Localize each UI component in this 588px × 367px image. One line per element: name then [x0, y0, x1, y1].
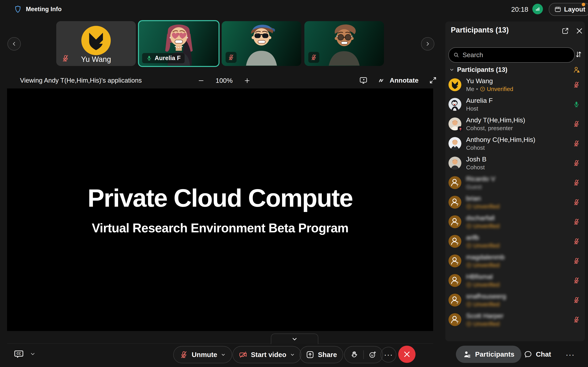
mic-muted-icon[interactable] [573, 140, 580, 147]
zoom-in-button[interactable] [244, 77, 251, 84]
mic-muted-icon[interactable] [573, 316, 580, 323]
participant-name: snafhsuseerg [466, 292, 506, 300]
chat-button[interactable]: Chat [524, 346, 551, 363]
status-dot [582, 3, 585, 6]
zoom-out-button[interactable] [198, 77, 205, 84]
more-panels-button[interactable]: ··· [566, 350, 575, 359]
active-speaker-name-pill: Aurelia F [142, 53, 185, 63]
svg-text:?: ? [456, 261, 458, 265]
participant-row[interactable]: ?Ricardo VGuest [445, 173, 585, 192]
participant-row[interactable]: Anthony C(He,Him,His)Cohost [445, 134, 585, 153]
mute-chip [225, 52, 237, 63]
participant-row[interactable]: ?brian?Unverified [445, 192, 585, 212]
chevron-down-icon[interactable] [290, 352, 295, 357]
video-tile-aurelia[interactable]: Aurelia F [138, 20, 219, 67]
start-video-button[interactable]: Start video [233, 346, 301, 363]
participant-row[interactable]: ?magdalenmb?Unverified [445, 251, 585, 271]
participant-name: Ricardo V [466, 175, 495, 183]
participant-avatar: ? [449, 176, 461, 189]
participant-row[interactable]: ?HBfismal?Unverified [445, 271, 585, 291]
raise-hand-icon[interactable] [350, 350, 359, 359]
participant-avatar: ? [449, 294, 461, 307]
participant-role: ?Unverified [466, 262, 500, 268]
reactions-group [344, 346, 383, 363]
unmute-button[interactable]: Unmute [173, 346, 232, 363]
unmute-label: Unmute [192, 351, 217, 359]
sort-icon[interactable] [575, 50, 582, 58]
svg-text:?: ? [468, 205, 470, 208]
svg-text:?: ? [468, 284, 470, 286]
participant-name: magdalenmb [466, 253, 505, 261]
participant-row[interactable]: Andy T(He,Him,His)Cohost, presenter [445, 114, 585, 134]
mic-muted-icon[interactable] [573, 257, 580, 265]
remote-control-button[interactable] [359, 76, 368, 84]
participant-row[interactable]: ?dscharfall?Unverified [445, 212, 585, 232]
pop-out-icon[interactable] [561, 27, 569, 35]
mic-muted-icon[interactable] [573, 159, 580, 167]
participant-avatar: ? [449, 313, 461, 326]
captions-button[interactable]: CC [14, 349, 36, 359]
mic-muted-icon[interactable] [573, 199, 580, 206]
participant-name: dscharfall [466, 214, 495, 222]
close-icon[interactable] [575, 27, 583, 35]
unverified-question-icon: ? [466, 223, 472, 229]
mic-muted-icon[interactable] [573, 81, 580, 88]
participant-role: Cohost, presenter [466, 125, 513, 132]
participants-section-toggle[interactable]: Participants (13) [445, 65, 585, 74]
mic-muted-icon[interactable] [573, 238, 580, 245]
search-icon [453, 52, 459, 58]
svg-text:?: ? [468, 244, 470, 247]
divider [363, 350, 364, 359]
mic-muted-icon[interactable] [573, 296, 580, 304]
mic-muted-icon[interactable] [573, 179, 580, 186]
participants-section-label: Participants (13) [457, 66, 507, 73]
svg-text:?: ? [456, 222, 458, 226]
participant-role: ?Unverified [466, 242, 500, 249]
chevron-down-icon[interactable] [221, 352, 226, 357]
chevron-down-icon[interactable] [30, 351, 36, 357]
collapse-toolbar-tab[interactable] [271, 334, 318, 344]
annotate-button[interactable]: Annotate [378, 76, 418, 84]
shared-screen: Private Cloud Compute Virtual Research E… [7, 88, 433, 331]
search-input[interactable] [462, 51, 570, 59]
participant-name: Andy T(He,Him,His) [466, 116, 525, 124]
video-tile-3[interactable] [222, 21, 301, 66]
connection-quality-button[interactable] [532, 4, 543, 14]
unverified-users-warning-icon[interactable] [573, 66, 580, 74]
avatar [81, 26, 111, 55]
reactions-icon[interactable] [369, 350, 377, 359]
participant-row[interactable]: Yu WangMe?Unverified [445, 75, 585, 95]
participant-list: Yu WangMe?UnverifiedAurelia FHostAndy T(… [445, 75, 585, 330]
strip-previous-button[interactable] [8, 37, 21, 50]
video-tile-yu-wang[interactable]: Yu Wang [56, 21, 136, 66]
participant-row[interactable]: ?snafhsuseerg?Unverified [445, 291, 585, 310]
participant-row[interactable]: Josh BCohost [445, 153, 585, 173]
svg-text:?: ? [456, 242, 458, 246]
participant-row[interactable]: ?arifb?Unverified [445, 232, 585, 251]
mic-muted-icon[interactable] [573, 218, 580, 225]
participant-role: Me?Unverified [466, 86, 513, 92]
camera-off-icon [239, 350, 247, 359]
participant-name: brian [466, 195, 481, 202]
chevron-right-icon [425, 41, 430, 47]
participant-role: ?Unverified [466, 301, 500, 308]
svg-text:?: ? [468, 323, 470, 325]
chat-bubble-icon [524, 350, 532, 359]
participant-row[interactable]: Aurelia FHost [445, 95, 585, 114]
participant-name: Josh B [466, 155, 486, 163]
search-field[interactable] [449, 47, 575, 63]
participants-panel-title: Participants (13) [451, 26, 509, 34]
unverified-question-icon: ? [466, 302, 472, 307]
share-button[interactable]: Share [300, 346, 343, 363]
mic-muted-icon[interactable] [573, 277, 580, 284]
leave-meeting-button[interactable] [398, 346, 415, 363]
strip-next-button[interactable] [421, 37, 434, 50]
mic-muted-icon[interactable] [573, 120, 580, 128]
more-options-button[interactable]: ··· [381, 347, 396, 362]
mic-on-icon[interactable] [573, 100, 580, 108]
participants-button[interactable]: Participants [456, 346, 521, 363]
video-tile-4[interactable] [304, 21, 384, 66]
participant-row[interactable]: ?Scott Harper?Unverified [445, 310, 585, 330]
fullscreen-icon[interactable] [429, 76, 437, 84]
meeting-info-button[interactable]: Meeting Info [14, 5, 62, 13]
